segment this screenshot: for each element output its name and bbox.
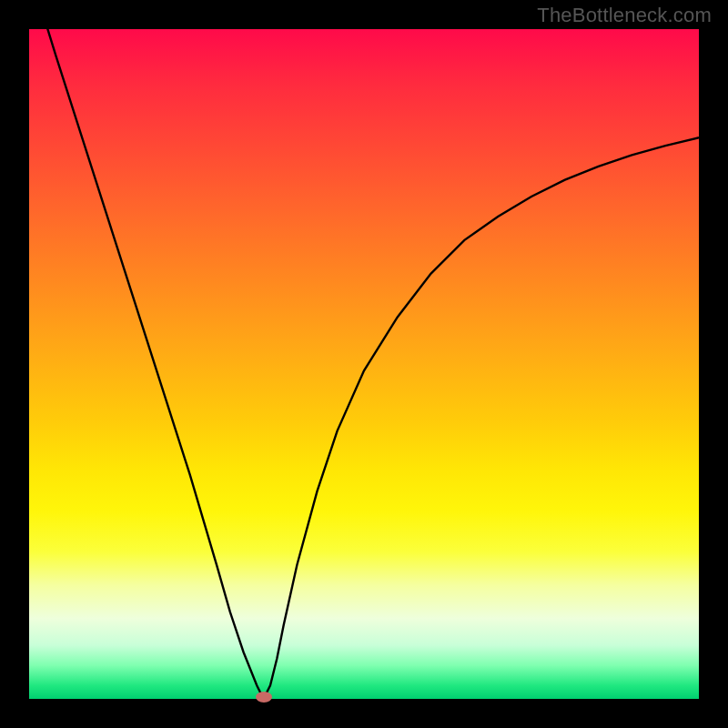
optimum-marker	[256, 692, 272, 703]
curve-path	[29, 29, 699, 699]
chart-plot-area	[29, 29, 699, 699]
bottleneck-curve	[29, 29, 699, 699]
watermark-text: TheBottleneck.com	[537, 4, 712, 27]
